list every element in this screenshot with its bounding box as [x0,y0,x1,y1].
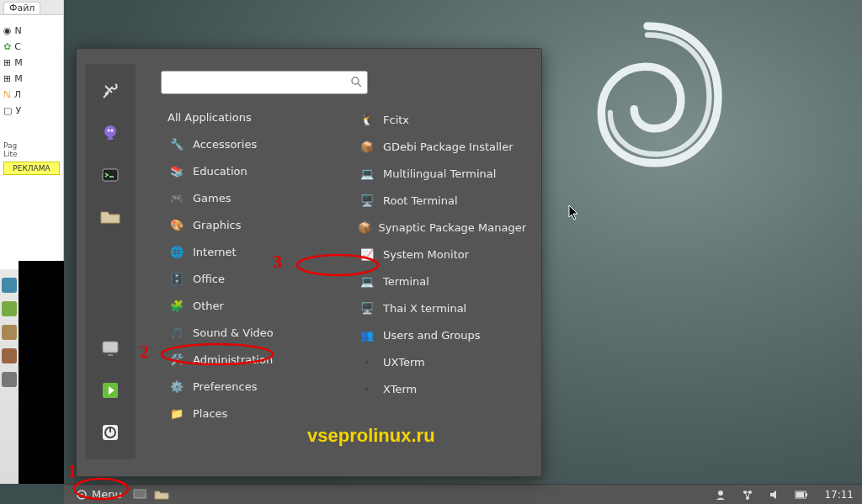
root-terminal-icon: 🖥️ [358,191,376,210]
app-label: XTerm [383,383,417,395]
app-label: Multilingual Terminal [383,167,496,180]
app-label: Root Terminal [383,194,458,207]
category-preferences[interactable]: ⚙️Preferences [161,373,359,400]
category-label: Administration [193,353,273,366]
app-terminal[interactable]: 💻Terminal [351,268,533,294]
file-manager-button[interactable] [153,486,170,503]
category-label: Preferences [193,380,257,393]
terminal-icon: 💻 [358,272,376,290]
synaptic-icon: 📦 [358,218,372,236]
favorite-settings[interactable] [92,72,129,109]
system-monitor-icon: 📈 [358,245,376,263]
category-places[interactable]: 📁Places [161,400,359,427]
lock-screen-button[interactable] [92,330,129,367]
category-label: Education [193,165,247,178]
svg-rect-4 [103,342,118,353]
category-sound-video[interactable]: 🎵Sound & Video [161,319,359,346]
debian-swirl-logo [559,8,736,185]
folder-icon [99,208,121,226]
category-office[interactable]: 🗄️Office [161,265,359,292]
gear-icon [76,489,88,501]
app-label: Thai X terminal [383,302,466,315]
bookmark-row[interactable]: ◉N [3,25,60,36]
category-education[interactable]: 📚Education [161,157,359,184]
app-thai-x-terminal[interactable]: 🖥️Thai X terminal [351,294,533,321]
category-label: Graphics [193,219,241,231]
all-applications-heading[interactable]: All Applications [161,106,359,130]
favorite-pidgin[interactable] [92,114,129,151]
search-input[interactable] [167,77,350,89]
users-icon: 👥 [358,326,376,344]
administration-icon: 🛠️ [168,350,186,369]
tray-battery-icon[interactable] [793,486,810,503]
category-accessories[interactable]: 🔧Accessories [161,130,359,157]
app-synaptic[interactable]: 📦Synaptic Package Manager [351,214,533,241]
xterm-icon: ▪️ [358,379,376,398]
tray-volume-icon[interactable] [766,486,783,503]
svg-point-2 [111,130,114,132]
tray-user-icon[interactable] [712,486,729,503]
menu-search-field[interactable] [161,71,368,94]
category-label: Places [193,407,227,420]
terminal-icon: 💻 [358,164,376,183]
favorite-terminal[interactable] [92,157,129,194]
category-games[interactable]: 🎮Games [161,184,359,211]
penguin-icon: 🐧 [358,110,376,129]
package-icon: 📦 [358,137,376,156]
wrench-screwdriver-icon [100,81,120,101]
taskbar-clock[interactable]: 17:11 [816,489,862,501]
app-label: Terminal [383,275,429,288]
svg-point-18 [718,491,723,496]
category-administration[interactable]: 🛠️Administration [161,346,359,373]
search-icon [350,76,362,90]
category-internet[interactable]: 🌐Internet [161,238,359,265]
application-menu: All Applications 🔧Accessories 📚Education… [76,48,542,477]
accessories-icon: 🔧 [168,135,186,153]
ad-banner: РЕКЛАМА [3,162,60,175]
show-desktop-button[interactable] [131,486,148,503]
app-label: Users and Groups [383,329,480,342]
bookmark-row[interactable]: ⊞M [3,73,60,84]
menu-button[interactable]: Menu [69,486,129,503]
bookmark-row[interactable]: ▢У [3,105,60,116]
app-gdebi[interactable]: 📦GDebi Package Installer [351,133,533,160]
monitor-lock-icon [100,338,120,358]
app-users-groups[interactable]: 👥Users and Groups [351,321,533,348]
app-xterm[interactable]: ▪️XTerm [351,375,533,402]
app-uxterm[interactable]: ▪️UXTerm [351,348,533,375]
category-graphics[interactable]: 🎨Graphics [161,211,359,238]
bookmark-row[interactable]: ℕЛ [3,89,60,100]
background-app-dock [0,269,19,484]
category-other[interactable]: 🧩Other [161,292,359,319]
category-label: Office [193,273,225,285]
games-icon: 🎮 [168,188,186,207]
bookmark-row[interactable]: ✿C [3,41,60,52]
tray-network-icon[interactable] [739,486,756,503]
browser-tab[interactable]: Файл [3,2,40,13]
background-black-area [19,261,64,484]
shutdown-button[interactable] [92,414,129,451]
bookmark-row[interactable]: ⊞M [3,57,60,68]
power-icon [100,422,120,443]
category-label: Other [193,300,224,312]
app-fcitx[interactable]: 🐧Fcitx [351,106,533,133]
logout-button[interactable] [92,372,129,409]
app-multilingual-terminal[interactable]: 💻Multilingual Terminal [351,160,533,187]
education-icon: 📚 [168,162,186,180]
svg-rect-24 [796,492,804,497]
terminal-icon [100,165,120,185]
internet-icon: 🌐 [168,242,186,261]
app-system-monitor[interactable]: 📈System Monitor [351,241,533,268]
terminal-icon: 🖥️ [358,299,376,317]
app-label: Synaptic Package Manager [379,221,526,234]
system-tray [710,486,816,503]
pidgin-icon [100,123,120,143]
app-root-terminal[interactable]: 🖥️Root Terminal [351,187,533,214]
svg-rect-5 [108,354,113,356]
svg-point-16 [81,493,83,496]
application-column: 🐧Fcitx 📦GDebi Package Installer 💻Multili… [351,106,533,459]
app-label: System Monitor [383,248,469,261]
category-label: Internet [193,246,237,258]
category-label: Sound & Video [193,326,274,339]
favorite-files[interactable] [92,199,129,236]
